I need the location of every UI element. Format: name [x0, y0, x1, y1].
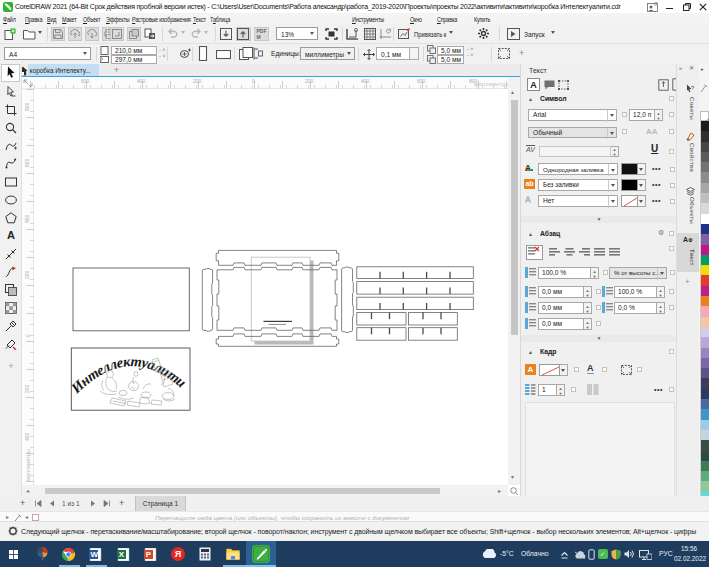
svg-text:?: ? — [691, 85, 694, 91]
svg-text:X: X — [119, 550, 125, 559]
svg-text:P: P — [146, 550, 152, 559]
svg-text:W: W — [90, 550, 98, 559]
